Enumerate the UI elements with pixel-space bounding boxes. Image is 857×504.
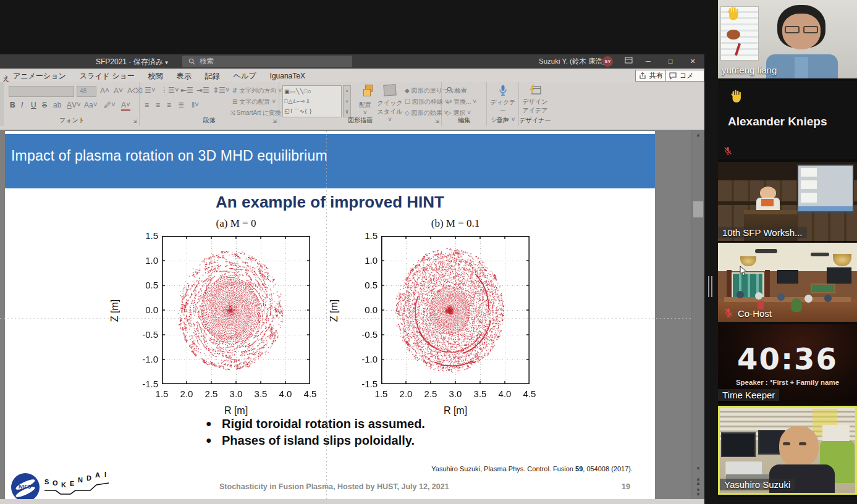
shape-gallery[interactable]: ▣▭╲╲□○□△𝘓⌐⇨⇩◱⌇⌒∿{ } xyxy=(282,85,342,117)
character-spacing-button[interactable]: A̲V˅ xyxy=(67,101,81,109)
video-tile-yasuhiro-suzuki[interactable]: Yasuhiro Suzuki xyxy=(718,406,857,495)
paragraph-dialog-launcher[interactable]: ⇲ xyxy=(272,119,277,124)
align-right-button[interactable]: ≡ xyxy=(167,101,171,109)
plot-0-ytick: 0.0 xyxy=(131,304,158,315)
arrange-button[interactable]: 配置˅ xyxy=(355,85,376,116)
title-dropdown-icon[interactable]: ▾ xyxy=(165,59,168,65)
vertical-scrollbar[interactable]: ▲ ▼ ▲▲ ▼▼ xyxy=(691,130,704,499)
ribbon-tab-0[interactable]: アニメーション xyxy=(6,69,73,82)
bullets-button[interactable]: ☰˅ xyxy=(145,86,156,94)
grow-font-button[interactable]: A˄ xyxy=(100,86,109,95)
shape-gallery-scroll[interactable]: ˄˅⊽ xyxy=(343,85,351,117)
video-tile-partial[interactable] xyxy=(718,497,857,504)
video-tile-yunfeng-liang[interactable]: yunfeng liang xyxy=(718,0,857,78)
document-title[interactable]: SFP2021 - 保存済み ▾ xyxy=(96,57,168,67)
previous-slide-button[interactable]: ▲▲ xyxy=(691,477,704,485)
plot-0-ytick: 1.5 xyxy=(131,230,158,241)
ribbon-tab-4[interactable]: 記録 xyxy=(198,69,227,82)
numbering-button[interactable]: ⋮☰˅ xyxy=(161,86,179,94)
title-bar: SFP2021 - 保存済み ▾ 検索 Suzuki Y. (鈴木 康浩) SY… xyxy=(0,54,704,69)
ribbon-tab-row: え アニメーションスライド ショー校閲表示記録ヘルプIguanaTeX 共有 コ… xyxy=(0,69,704,82)
muted-mic-icon xyxy=(723,307,734,318)
ribbon-display-options-button[interactable] xyxy=(618,54,639,69)
scrollbar-thumb[interactable] xyxy=(693,201,703,217)
plot-1-ytick: -0.5 xyxy=(350,329,378,340)
comments-button[interactable]: コメント xyxy=(665,70,704,82)
plot-0-ytick: -1.0 xyxy=(131,354,158,364)
drawing-dialog-launcher[interactable]: ⇲ xyxy=(435,119,439,124)
sokendai-logo: SOKENDAI xyxy=(43,476,115,498)
change-case-button[interactable]: Aa˅ xyxy=(84,101,98,109)
italic-button[interactable]: I xyxy=(21,101,23,109)
text-shadow-button[interactable]: ab xyxy=(53,101,61,109)
mouse-cursor xyxy=(740,266,748,277)
video-tile-sfp-workshop[interactable]: 10th SFP Worksh... xyxy=(718,162,857,241)
increase-indent-button[interactable]: ⇥☰ xyxy=(196,86,209,94)
account-name[interactable]: Suzuki Y. (鈴木 康浩) xyxy=(539,57,605,66)
ribbon-tab-1[interactable]: スライド ショー xyxy=(73,69,141,82)
bold-button[interactable]: B xyxy=(10,101,15,109)
decrease-indent-button[interactable]: ⇤☰ xyxy=(180,86,193,94)
columns-button[interactable]: ⫴˅ xyxy=(192,101,199,109)
scroll-up-arrow[interactable]: ▲ xyxy=(691,132,704,138)
replace-button[interactable]: ⇄ 置換... ˅ xyxy=(447,98,476,106)
slide-canvas[interactable]: Impact of plasma rotation on 3D MHD equi… xyxy=(5,131,655,499)
align-center-button[interactable]: ≡ xyxy=(156,101,160,109)
quick-styles-icon xyxy=(383,84,396,96)
justify-button[interactable]: ≣ xyxy=(178,101,184,109)
scroll-down-arrow[interactable]: ▼ xyxy=(691,466,704,471)
strikethrough-button[interactable]: S xyxy=(42,101,47,109)
layout-divider-handle[interactable] xyxy=(708,276,709,297)
plot-1-xtick: 3.0 xyxy=(442,388,469,399)
plot-0-xtick: 3.5 xyxy=(247,388,274,399)
design-ideas-icon xyxy=(529,85,541,96)
paragraph-group-label: 段落 xyxy=(140,116,279,125)
nifs-logo: NIFS xyxy=(11,473,40,499)
find-button[interactable]: 検索 xyxy=(447,86,467,95)
ribbon-group-paragraph: ☰˅ ⋮☰˅ ⇤☰ ⇥☰ ⇕☰˅ ≡ ≡ ≡ ≣ ⫴˅ ⇵ 文字列の方向 ˅ ⊞… xyxy=(140,82,279,126)
highlight-color-button[interactable]: 🖉˅ xyxy=(104,101,116,109)
next-slide-button[interactable]: ▼▼ xyxy=(691,488,704,497)
layout-divider-handle-2[interactable] xyxy=(711,276,712,297)
designer-group-label: デザイナー xyxy=(519,116,551,125)
search-placeholder: 検索 xyxy=(200,56,214,67)
close-button[interactable]: ✕ xyxy=(682,54,703,69)
text-direction-button[interactable]: ⇵ 文字列の方向 ˅ xyxy=(232,86,282,95)
shrink-font-button[interactable]: A˅ xyxy=(114,86,123,95)
video-tile-time-keeper[interactable]: 40:36 Speaker : *First + Family name Tim… xyxy=(718,324,857,403)
minimize-button[interactable]: ─ xyxy=(638,54,659,69)
account-avatar[interactable]: SY xyxy=(602,56,613,67)
plot-1-ytick: 1.5 xyxy=(350,230,378,241)
underline-button[interactable]: U xyxy=(31,101,36,109)
maximize-button[interactable]: □ xyxy=(660,54,681,69)
line-spacing-button[interactable]: ⇕☰˅ xyxy=(213,86,230,94)
ribbon-tab-3[interactable]: 表示 xyxy=(170,69,198,82)
plot-b-xlabel: R [m] xyxy=(381,405,530,416)
ribbon-tab-5[interactable]: ヘルプ xyxy=(227,69,263,82)
plot-1-ytick: -1.5 xyxy=(350,379,378,389)
share-button[interactable]: 共有 xyxy=(635,70,668,82)
ribbon-tab-6[interactable]: IguanaTeX xyxy=(263,69,312,83)
citation: Yasuhiro Suzuki, Plasma Phys. Control. F… xyxy=(431,465,633,472)
bullet-2: ●Phases of island slips poloidally. xyxy=(206,434,415,448)
align-left-button[interactable]: ≡ xyxy=(145,101,149,109)
video-tile-alexander-knieps[interactable]: Alexander Knieps xyxy=(718,81,857,159)
ribbon-group-designer: デザイン アイデア デザイナー xyxy=(519,82,551,126)
align-text-button[interactable]: ⊞ 文字の配置 ˅ xyxy=(232,98,276,106)
plot-0-xtick: 1.5 xyxy=(148,388,175,399)
design-ideas-button[interactable]: デザイン アイデア xyxy=(520,85,550,115)
video-tile-co-host[interactable]: Co-Host xyxy=(718,243,857,322)
font-name-combobox[interactable] xyxy=(9,86,74,97)
guide-horizontal xyxy=(0,318,691,319)
plot-0-xtick: 2.0 xyxy=(173,388,200,399)
font-dialog-launcher[interactable]: ⇲ xyxy=(133,119,137,124)
plot-0-ytick: 1.0 xyxy=(131,255,158,266)
search-input[interactable]: 検索 xyxy=(182,56,352,67)
plot-a-xlabel: R [m] xyxy=(162,405,310,416)
raised-hand-icon xyxy=(724,5,741,22)
plot-a-title: (a) M = 0 xyxy=(162,217,310,230)
participant-name: yunfeng liang xyxy=(722,65,777,75)
ribbon-tab-2[interactable]: 校閲 xyxy=(141,69,170,82)
font-color-button[interactable]: A˅ xyxy=(121,101,130,111)
font-size-combobox[interactable]: 48 xyxy=(77,86,96,97)
